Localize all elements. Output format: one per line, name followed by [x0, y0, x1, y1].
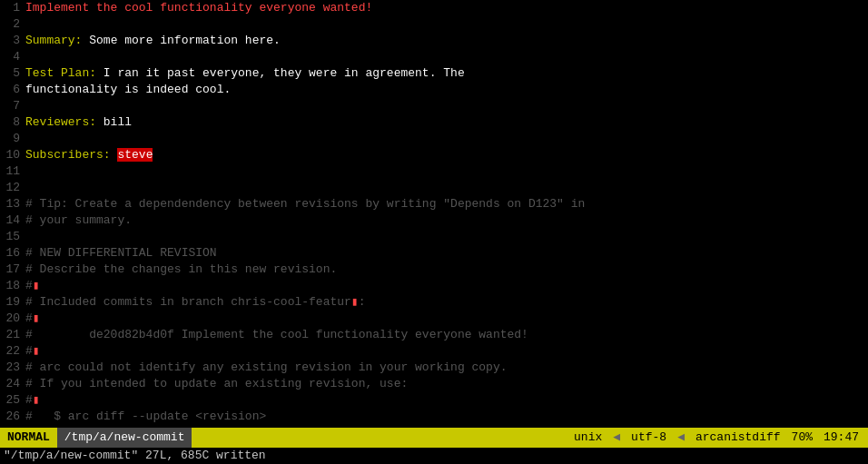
line-12: 12: [0, 180, 868, 196]
line-number: 14: [0, 212, 25, 229]
line-number: 22: [0, 343, 25, 360]
line-21: 21# de20d82b4d0f Implement the cool func…: [0, 327, 868, 343]
line-content: Summary: Some more information here.: [25, 33, 868, 49]
line-10: 10Subscribers: steve: [0, 147, 868, 163]
line-content: [25, 98, 868, 114]
line-7: 7: [0, 98, 868, 114]
line-9: 9: [0, 131, 868, 147]
line-number: 9: [0, 131, 25, 147]
line-content: # de20d82b4d0f Implement the cool functi…: [25, 327, 868, 343]
line-18: 18#▮: [0, 278, 868, 294]
line-content: # $ arc diff --update <revision>: [25, 409, 868, 425]
line-number: 7: [0, 98, 25, 114]
line-number: 18: [0, 278, 25, 294]
line-number: 26: [0, 409, 25, 425]
line-content: # If you intended to update an existing …: [25, 376, 868, 392]
line-content: [25, 16, 868, 33]
line-number: 24: [0, 376, 25, 392]
line-number: 10: [0, 147, 25, 163]
line-content: Test Plan: I ran it past everyone, they …: [25, 65, 868, 82]
line-13: 13# Tip: Create a dependendency between …: [0, 196, 868, 212]
line-11: 11: [0, 163, 868, 180]
line-24: 24# If you intended to update an existin…: [0, 376, 868, 392]
line-2: 2: [0, 16, 868, 33]
line-6: 6functionality is indeed cool.: [0, 82, 868, 98]
line-number: 1: [0, 0, 25, 16]
line-3: 3Summary: Some more information here.: [0, 33, 868, 49]
line-15: 15: [0, 229, 868, 245]
line-content: # NEW DIFFERENTIAL REVISION: [25, 245, 868, 262]
line-number: 3: [0, 33, 25, 49]
line-number: 4: [0, 49, 25, 65]
line-number: 20: [0, 311, 25, 327]
line-4: 4: [0, 49, 868, 65]
line-number: 19: [0, 294, 25, 311]
mode-indicator: NORMAL: [0, 428, 57, 448]
line-1: 1Implement the cool functionality everyo…: [0, 0, 868, 16]
line-number: 13: [0, 196, 25, 212]
line-17: 17# Describe the changes in this new rev…: [0, 262, 868, 278]
line-content: #▮: [25, 311, 868, 327]
line-number: 23: [0, 360, 25, 376]
line-content: # arc could not identify any existing re…: [25, 360, 868, 376]
line-content: [25, 163, 868, 180]
line-16: 16# NEW DIFFERENTIAL REVISION: [0, 245, 868, 262]
file-path: /tmp/a/new-commit: [57, 428, 192, 448]
line-content: functionality is indeed cool.: [25, 82, 868, 98]
line-number: 12: [0, 180, 25, 196]
line-content: Reviewers: bill: [25, 114, 868, 131]
statusbar: NORMAL /tmp/a/new-commit unix ◀ utf-8 ◀ …: [0, 428, 868, 448]
line-content: # Describe the changes in this new revis…: [25, 262, 868, 278]
line-number: 2: [0, 16, 25, 33]
line-number: 25: [0, 392, 25, 409]
line-number: 11: [0, 163, 25, 180]
line-content: # Included commits in branch chris-cool-…: [25, 294, 868, 311]
line-number: 16: [0, 245, 25, 262]
line-19: 19# Included commits in branch chris-coo…: [0, 294, 868, 311]
line-content: #▮: [25, 392, 868, 409]
zoom-level: 70%: [786, 429, 818, 446]
line-content: Implement the cool functionality everyon…: [25, 0, 868, 16]
line-content: #▮: [25, 343, 868, 360]
line-content: [25, 131, 868, 147]
line-8: 8Reviewers: bill: [0, 114, 868, 131]
line-content: [25, 49, 868, 65]
line-26: 26# $ arc diff --update <revision>: [0, 409, 868, 425]
file-type: arcanistdiff: [690, 429, 786, 446]
cmdline-text: "/tmp/a/new-commit" 27L, 685C written: [4, 448, 266, 464]
cursor-position: 19:47: [818, 429, 864, 446]
status-right: unix ◀ utf-8 ◀ arcanistdiff 70% 19:47: [568, 429, 868, 446]
file-format: unix: [568, 429, 607, 446]
line-content: [25, 180, 868, 196]
line-5: 5Test Plan: I ran it past everyone, they…: [0, 65, 868, 82]
line-content: Subscribers: steve: [25, 147, 868, 163]
editor: 1Implement the cool functionality everyo…: [0, 0, 868, 428]
line-number: 6: [0, 82, 25, 98]
line-content: # Tip: Create a dependendency between re…: [25, 196, 868, 212]
line-22: 22#▮: [0, 343, 868, 360]
line-number: 8: [0, 114, 25, 131]
line-number: 21: [0, 327, 25, 343]
line-number: 15: [0, 229, 25, 245]
command-line: "/tmp/a/new-commit" 27L, 685C written: [0, 448, 868, 464]
line-content: [25, 229, 868, 245]
line-20: 20#▮: [0, 311, 868, 327]
line-23: 23# arc could not identify any existing …: [0, 360, 868, 376]
line-25: 25#▮: [0, 392, 868, 409]
line-content: #▮: [25, 278, 868, 294]
line-number: 5: [0, 65, 25, 82]
line-14: 14# your summary.: [0, 212, 868, 229]
line-number: 17: [0, 262, 25, 278]
line-content: # your summary.: [25, 212, 868, 229]
file-encoding: utf-8: [626, 429, 672, 446]
